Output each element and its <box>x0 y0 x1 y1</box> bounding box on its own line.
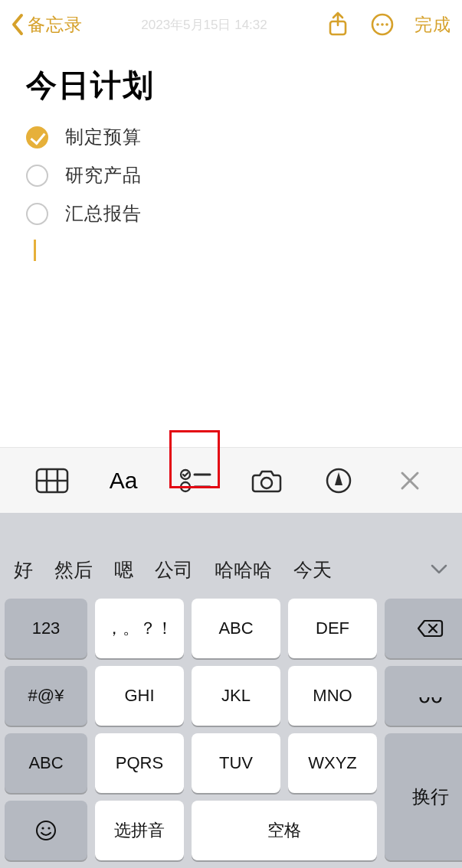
key-def[interactable]: DEF <box>288 599 377 658</box>
suggestion[interactable]: 今天 <box>287 557 333 582</box>
keyboard-suggestions: 好 然后 嗯 公司 哈哈哈 今天 <box>0 545 462 594</box>
text-cursor <box>34 240 36 261</box>
checklist-text: 汇总报告 <box>65 201 142 226</box>
text-format-button[interactable]: Aa <box>103 459 145 501</box>
svg-point-11 <box>181 482 190 491</box>
key-wxyz[interactable]: WXYZ <box>288 733 377 793</box>
svg-point-13 <box>261 478 272 488</box>
suggestion[interactable]: 哈哈哈 <box>208 557 278 582</box>
key-abc[interactable]: ABC <box>192 599 280 658</box>
key-emoji-face[interactable]: ᴗᴗ <box>385 666 462 726</box>
chevron-down-icon <box>430 563 448 576</box>
text-format-icon: Aa <box>110 468 138 494</box>
note-body[interactable]: 今日计划 制定预算研究产品汇总报告 <box>0 49 462 261</box>
more-button[interactable] <box>370 12 395 37</box>
nav-bar: 备忘录 2023年5月15日 14:32 完成 <box>0 0 462 49</box>
note-timestamp: 2023年5月15日 14:32 <box>83 16 326 34</box>
key-enter[interactable]: 换行 <box>385 733 462 860</box>
markup-button[interactable] <box>317 459 359 501</box>
key-abc-mode[interactable]: ABC <box>5 733 87 793</box>
smiley-icon <box>34 819 57 842</box>
checklist-item[interactable]: 研究产品 <box>26 163 436 188</box>
close-icon <box>399 470 421 491</box>
done-button[interactable]: 完成 <box>414 13 451 37</box>
note-title: 今日计划 <box>26 64 436 106</box>
back-button[interactable]: 备忘录 <box>11 13 83 37</box>
svg-point-2 <box>376 23 379 26</box>
checklist-checkbox[interactable] <box>26 165 48 187</box>
keyboard-keys: 123 ，。？！ ABC DEF #@¥ GHI JKL MNO ᴗᴗ ABC … <box>0 594 462 868</box>
svg-point-19 <box>37 821 55 840</box>
key-emoji[interactable] <box>5 801 87 860</box>
key-ghi[interactable]: GHI <box>95 666 184 726</box>
markup-icon <box>325 467 352 494</box>
key-symbols[interactable]: #@¥ <box>5 666 87 726</box>
checklist-button[interactable] <box>174 459 216 501</box>
checklist-item[interactable]: 汇总报告 <box>26 201 436 226</box>
checklist-text: 研究产品 <box>65 163 142 188</box>
checklist: 制定预算研究产品汇总报告 <box>26 125 436 226</box>
key-pqrs[interactable]: PQRS <box>95 733 184 793</box>
share-icon <box>328 11 348 38</box>
svg-point-20 <box>41 827 44 829</box>
camera-button[interactable] <box>246 459 288 501</box>
format-toolbar: Aa <box>0 447 462 513</box>
table-icon <box>35 468 69 494</box>
share-button[interactable] <box>326 12 350 37</box>
checklist-item[interactable]: 制定预算 <box>26 125 436 149</box>
key-tuv[interactable]: TUV <box>192 733 280 793</box>
suggestion[interactable]: 好 <box>8 557 39 582</box>
suggestion[interactable]: 然后 <box>48 557 99 582</box>
key-space[interactable]: 空格 <box>192 801 377 860</box>
nav-actions: 完成 <box>326 12 451 37</box>
key-pinyin[interactable]: 选拼音 <box>95 801 184 860</box>
checklist-checkbox[interactable] <box>26 203 48 225</box>
key-123[interactable]: 123 <box>5 599 87 658</box>
checklist-checkbox[interactable] <box>26 126 48 148</box>
checklist-text: 制定预算 <box>65 125 142 149</box>
key-punct[interactable]: ，。？！ <box>95 599 184 658</box>
delete-icon <box>417 618 444 638</box>
dismiss-toolbar-button[interactable] <box>389 459 431 501</box>
checklist-icon <box>179 468 211 494</box>
key-jkl[interactable]: JKL <box>192 666 280 726</box>
key-mno[interactable]: MNO <box>288 666 377 726</box>
ellipsis-circle-icon <box>370 12 395 37</box>
camera-icon <box>251 468 283 494</box>
chevron-left-icon <box>11 13 25 36</box>
suggestions-expand[interactable] <box>424 563 454 576</box>
suggestion[interactable]: 公司 <box>149 557 199 582</box>
svg-point-4 <box>385 23 388 26</box>
key-delete[interactable] <box>385 599 462 658</box>
table-button[interactable] <box>31 459 73 501</box>
suggestion[interactable]: 嗯 <box>108 557 139 582</box>
keyboard: 好 然后 嗯 公司 哈哈哈 今天 123 ，。？！ ABC DEF #@¥ GH… <box>0 513 462 868</box>
svg-point-3 <box>381 23 384 26</box>
back-label: 备忘录 <box>28 13 83 37</box>
svg-point-21 <box>48 827 50 829</box>
